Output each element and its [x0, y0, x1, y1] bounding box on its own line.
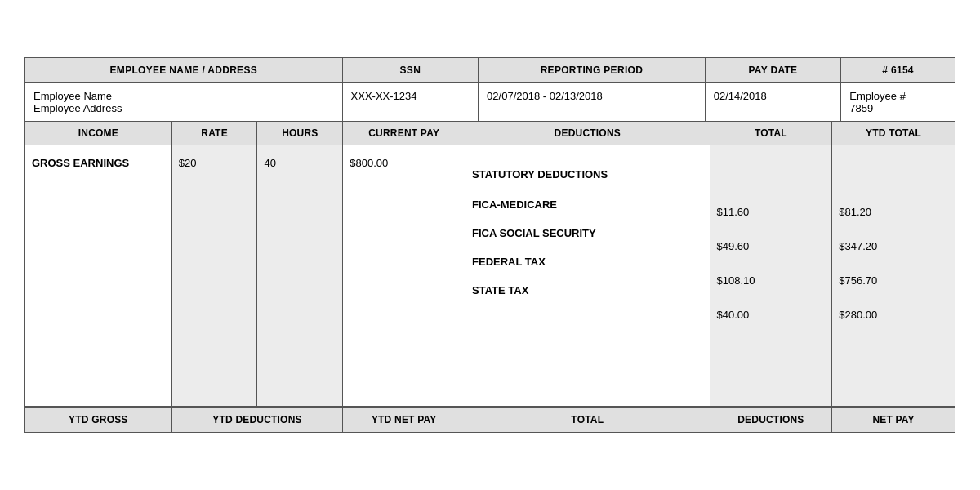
footer-ytd-deductions: YTD DEDUCTIONS: [172, 408, 344, 432]
employee-num-value: 7859: [849, 102, 873, 114]
footer-ytd-net-pay: YTD NET PAY: [343, 408, 466, 432]
col-total: Total: [710, 122, 833, 145]
income-hours: 40: [257, 145, 343, 406]
col-income: Income: [25, 122, 172, 145]
info-pay-date: 02/14/2018: [706, 83, 842, 121]
header-reporting-period: Reporting Period: [479, 58, 706, 82]
data-body: GROSS EARNINGS $20 40 $800.00 STATUTORY …: [25, 145, 955, 407]
employee-num-label: Employee #: [849, 90, 906, 102]
deductions-col: STATUTORY DEDUCTIONS FICA-MEDICARE FICA …: [466, 145, 710, 406]
statutory-deductions-label: STATUTORY DEDUCTIONS: [472, 157, 702, 190]
ytd-1: $347.20: [839, 229, 948, 263]
income-current-pay: $800.00: [343, 145, 466, 406]
total-0: $11.60: [717, 194, 826, 229]
footer-deductions: DEDUCTIONS: [710, 408, 833, 432]
info-period: 02/07/2018 - 02/13/2018: [479, 83, 706, 121]
header-name-address: Employee Name / Address: [25, 58, 343, 82]
ytd-2: $756.70: [839, 263, 948, 297]
info-name-address: Employee Name Employee Address: [25, 83, 343, 121]
ded-item-2: FEDERAL TAX: [472, 247, 702, 276]
income-rate: $20: [172, 145, 258, 406]
ytd-totals-col: $81.20 $347.20 $756.70 $280.00: [832, 145, 955, 406]
info-ssn: XXX-XX-1234: [343, 83, 479, 121]
col-rate: Rate: [172, 122, 258, 145]
header-pay-date: Pay Date: [706, 58, 842, 82]
info-row: Employee Name Employee Address XXX-XX-12…: [25, 83, 955, 122]
header-number: # 6154: [841, 58, 955, 82]
ded-item-0: FICA-MEDICARE: [472, 190, 702, 219]
employee-address: Employee Address: [33, 102, 334, 114]
footer-total: TOTAL: [466, 408, 710, 432]
employee-name: Employee Name: [33, 90, 334, 102]
ytd-3: $280.00: [839, 297, 948, 332]
ded-item-1: FICA SOCIAL SECURITY: [472, 219, 702, 247]
col-current-pay: Current Pay: [343, 122, 466, 145]
paystub-container: Employee Name / Address SSN Reporting Pe…: [24, 57, 956, 433]
footer-net-pay: NET PAY: [832, 408, 955, 432]
ytd-0: $81.20: [839, 194, 948, 229]
header-ssn: SSN: [343, 58, 479, 82]
total-1: $49.60: [717, 229, 826, 263]
col-ytd-total: YTD Total: [832, 122, 955, 145]
footer-ytd-gross: YTD GROSS: [25, 408, 172, 432]
totals-col: $11.60 $49.60 $108.10 $40.00: [710, 145, 833, 406]
total-2: $108.10: [717, 263, 826, 297]
footer-row: YTD GROSS YTD DEDUCTIONS YTD NET PAY TOT…: [25, 407, 955, 432]
header-row: Employee Name / Address SSN Reporting Pe…: [25, 58, 955, 83]
info-employee-num: Employee # 7859: [841, 83, 955, 121]
ded-item-3: STATE TAX: [472, 276, 702, 305]
income-label: GROSS EARNINGS: [25, 145, 172, 406]
total-3: $40.00: [717, 297, 826, 332]
col-deductions: Deductions: [466, 122, 710, 145]
column-headers: Income Rate Hours Current Pay Deductions…: [25, 122, 955, 145]
col-hours: Hours: [257, 122, 343, 145]
